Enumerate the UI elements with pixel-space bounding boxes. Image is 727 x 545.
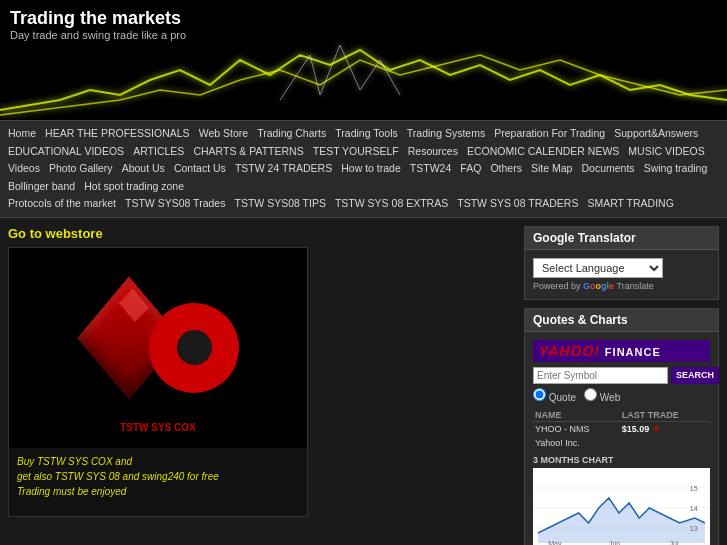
nav-trading-charts[interactable]: Trading Charts: [257, 127, 326, 139]
quotes-widget: Quotes & Charts YAHOO! FINANCE SEARCH Qu…: [524, 308, 719, 545]
col-last-trade: LAST TRADE: [620, 409, 710, 422]
nav-faq[interactable]: FAQ: [460, 162, 481, 174]
nav-about[interactable]: About Us: [122, 162, 165, 174]
translator-content: Select Language Powered by Google Transl…: [525, 250, 718, 299]
quotes-content: YAHOO! FINANCE SEARCH Quote Web: [525, 332, 718, 545]
nav-sys08-traders[interactable]: TSTW SYS 08 TRADERS: [457, 197, 578, 209]
quote-table: NAME LAST TRADE YHOO - NMS $15.09 ▼: [533, 409, 710, 450]
nav-photo[interactable]: Photo Gallery: [49, 162, 113, 174]
nav-videos[interactable]: Videos: [8, 162, 40, 174]
quotes-title: Quotes & Charts: [525, 309, 718, 332]
chart-title: 3 MONTHS CHART: [533, 455, 710, 465]
nav-hotspot[interactable]: Hot spot trading zone: [84, 180, 184, 192]
quote-radio[interactable]: [533, 388, 546, 401]
svg-text:13: 13: [690, 525, 698, 532]
translator-title: Google Translator: [525, 227, 718, 250]
promo-image: TSTW SYS COX: [9, 248, 307, 448]
red-circle-inner: [177, 330, 212, 365]
yhoo-price: $15.09 ▼: [620, 421, 710, 436]
nav-web-store[interactable]: Web Store: [199, 127, 248, 139]
nav-preparation[interactable]: Preparation For Trading: [494, 127, 605, 139]
promo-text: Buy TSTW SYS COX and get also TSTW SYS 0…: [9, 448, 307, 505]
nav-sys08-trades[interactable]: TSTW SYS08 Trades: [125, 197, 225, 209]
nav-sys08-tips[interactable]: TSTW SYS08 TIPS: [234, 197, 325, 209]
web-radio-label[interactable]: Web: [584, 388, 620, 403]
yhoo-ticker: YHOO - NMS: [533, 421, 620, 436]
yhoo-name-row: Yahoo! Inc.: [533, 436, 710, 450]
nav-tstw24[interactable]: TSTW24: [410, 162, 451, 174]
nav-how-to-trade[interactable]: How to trade: [341, 162, 401, 174]
nav-sitemap[interactable]: Site Map: [531, 162, 572, 174]
mini-chart: May Jun Jul 15 14 13: [533, 468, 710, 545]
site-tagline: Day trade and swing trade like a pro: [10, 29, 717, 41]
web-radio[interactable]: [584, 388, 597, 401]
nav-trading-systems[interactable]: Trading Systems: [407, 127, 485, 139]
svg-text:Jun: Jun: [609, 540, 620, 545]
svg-text:15: 15: [690, 485, 698, 492]
yahoo-header: YAHOO! FINANCE: [533, 340, 710, 362]
language-select[interactable]: Select Language: [533, 258, 663, 278]
symbol-input[interactable]: [533, 367, 668, 384]
nav-documents[interactable]: Documents: [581, 162, 634, 174]
col-name: NAME: [533, 409, 620, 422]
nav-contact[interactable]: Contact Us: [174, 162, 226, 174]
main-nav: Home HEAR THE PROFESSIONALS Web Store Tr…: [0, 120, 727, 218]
powered-by: Powered by Google Translate: [533, 281, 710, 291]
promo-label: TSTW SYS COX: [9, 422, 307, 433]
nav-sys08-extras[interactable]: TSTW SYS 08 EXTRAS: [335, 197, 448, 209]
content-area: Go to webstore TSTW SYS COX Buy TSTW SYS…: [8, 226, 516, 545]
sidebar: Google Translator Select Language Powere…: [524, 226, 719, 545]
radio-row: Quote Web: [533, 388, 710, 403]
svg-text:May: May: [548, 540, 562, 545]
svg-text:Jul: Jul: [670, 540, 679, 545]
nav-test-yourself[interactable]: TEST YOURSELF: [313, 145, 399, 157]
down-arrow-icon: ▼: [652, 424, 661, 434]
yahoo-search-row: SEARCH: [533, 367, 710, 384]
nav-home[interactable]: Home: [8, 127, 36, 139]
site-header: Trading the markets Day trade and swing …: [0, 0, 727, 120]
promo-box: TSTW SYS COX Buy TSTW SYS COX and get al…: [8, 247, 308, 517]
nav-support[interactable]: Support&Answers: [614, 127, 698, 139]
nav-protocols[interactable]: Protocols of the market: [8, 197, 116, 209]
yhoo-row: YHOO - NMS $15.09 ▼: [533, 421, 710, 436]
quote-radio-label[interactable]: Quote: [533, 388, 576, 403]
nav-hear-professionals[interactable]: HEAR THE PROFESSIONALS: [45, 127, 190, 139]
nav-articles[interactable]: ARTICLES: [133, 145, 184, 157]
yhoo-company-name: Yahoo! Inc.: [533, 436, 710, 450]
nav-educational[interactable]: EDUCATIONAL VIDEOS: [8, 145, 124, 157]
nav-charts-patterns[interactable]: CHARTS & PATTERNS: [193, 145, 303, 157]
finance-label: FINANCE: [605, 346, 661, 358]
yahoo-label: YAHOO!: [539, 343, 600, 359]
translator-widget: Google Translator Select Language Powere…: [524, 226, 719, 300]
site-title: Trading the markets: [10, 8, 717, 29]
nav-trading-tools[interactable]: Trading Tools: [335, 127, 397, 139]
red-circle-graphic: [149, 303, 239, 393]
nav-bollinger[interactable]: Bollinger band: [8, 180, 75, 192]
google-brand: Google: [583, 281, 617, 291]
main-area: Go to webstore TSTW SYS COX Buy TSTW SYS…: [0, 218, 727, 545]
nav-others[interactable]: Others: [490, 162, 522, 174]
nav-music[interactable]: MUSIC VIDEOS: [628, 145, 704, 157]
nav-smart-trading[interactable]: SMART TRADING: [587, 197, 673, 209]
section-title: Go to webstore: [8, 226, 516, 241]
nav-tstw24-traders[interactable]: TSTW 24 TRADERS: [235, 162, 332, 174]
svg-text:14: 14: [690, 505, 698, 512]
nav-resources[interactable]: Resources: [408, 145, 458, 157]
nav-swing[interactable]: Swing trading: [644, 162, 708, 174]
nav-economic[interactable]: ECONOMIC CALENDER NEWS: [467, 145, 619, 157]
waveform-graphic: [0, 40, 727, 120]
search-button[interactable]: SEARCH: [671, 367, 719, 384]
